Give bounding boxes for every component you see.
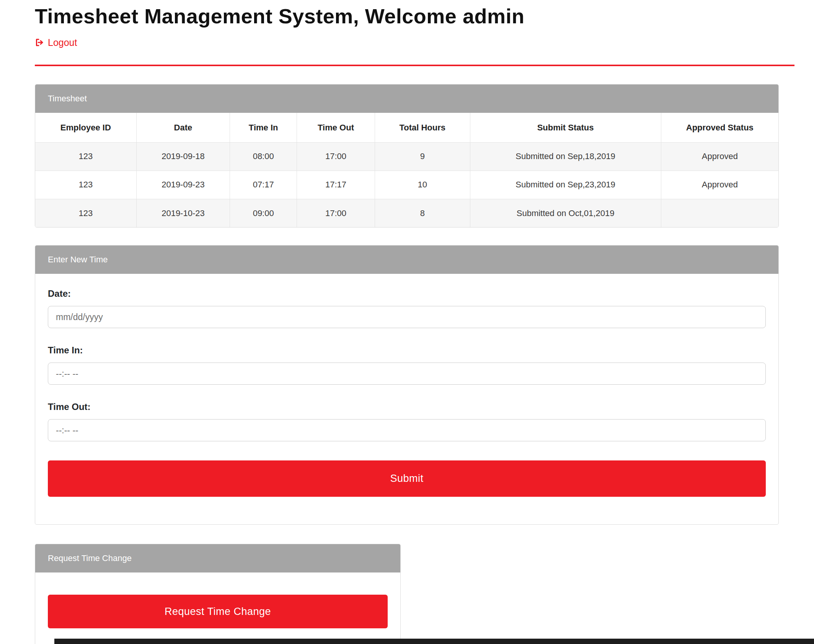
column-header: Approved Status [661,113,778,142]
total-hours-cell: 10 [375,171,470,199]
approved-status-cell: Approved [661,171,778,199]
logout-link[interactable]: Logout [35,37,77,48]
divider-rule [35,65,794,66]
date-cell: 2019-09-18 [136,142,230,171]
time-out-cell: 17:00 [297,199,375,227]
column-header: Submit Status [470,113,661,142]
time-in-cell: 07:17 [230,171,297,199]
column-header: Total Hours [375,113,470,142]
request-time-change-card-header: Request Time Change [35,544,400,572]
date-label: Date: [48,288,766,299]
submit-status-cell: Submitted on Sep,18,2019 [470,142,661,171]
enter-new-time-card: Enter New Time Date: Time In: Time Out: … [35,245,779,525]
request-time-change-card: Request Time Change Request Time Change [35,544,401,644]
time-in-label: Time In: [48,345,766,356]
time-in-field-group: Time In: [48,345,766,385]
submit-button[interactable]: Submit [48,460,766,497]
time-out-input[interactable] [48,419,766,441]
timesheet-card: Timesheet Employee IDDateTime InTime Out… [35,84,779,228]
bottom-window-edge [54,639,814,644]
column-header: Employee ID [35,113,136,142]
table-row: 1232019-10-2309:0017:008Submitted on Oct… [35,199,778,227]
time-in-input[interactable] [48,363,766,385]
table-row: 1232019-09-2307:1717:1710Submitted on Se… [35,171,778,199]
time-in-cell: 08:00 [230,142,297,171]
time-out-label: Time Out: [48,402,766,412]
time-out-cell: 17:17 [297,171,375,199]
total-hours-cell: 8 [375,199,470,227]
date-field-group: Date: [48,288,766,328]
timesheet-card-header: Timesheet [35,85,778,113]
total-hours-cell: 9 [375,142,470,171]
employee-id-cell: 123 [35,142,136,171]
column-header: Time Out [297,113,375,142]
approved-status-cell [661,199,778,227]
request-time-change-button[interactable]: Request Time Change [48,595,388,628]
submit-status-cell: Submitted on Oct,01,2019 [470,199,661,227]
date-cell: 2019-09-23 [136,171,230,199]
logout-label: Logout [48,37,77,48]
date-input[interactable] [48,306,766,328]
column-header: Date [136,113,230,142]
request-time-change-body: Request Time Change [35,572,400,644]
time-in-cell: 09:00 [230,199,297,227]
table-row: 1232019-09-1808:0017:009Submitted on Sep… [35,142,778,171]
enter-new-time-body: Date: Time In: Time Out: Submit [35,274,778,524]
approved-status-cell: Approved [661,142,778,171]
page-container: Timesheet Management System, Welcome adm… [35,4,779,644]
submit-status-cell: Submitted on Sep,23,2019 [470,171,661,199]
enter-new-time-card-header: Enter New Time [35,246,778,274]
time-out-field-group: Time Out: [48,402,766,441]
logout-icon [35,38,44,47]
table-header-row: Employee IDDateTime InTime OutTotal Hour… [35,113,778,142]
timesheet-table: Employee IDDateTime InTime OutTotal Hour… [35,113,778,227]
date-cell: 2019-10-23 [136,199,230,227]
employee-id-cell: 123 [35,199,136,227]
page-title: Timesheet Management System, Welcome adm… [35,4,779,29]
employee-id-cell: 123 [35,171,136,199]
column-header: Time In [230,113,297,142]
time-out-cell: 17:00 [297,142,375,171]
